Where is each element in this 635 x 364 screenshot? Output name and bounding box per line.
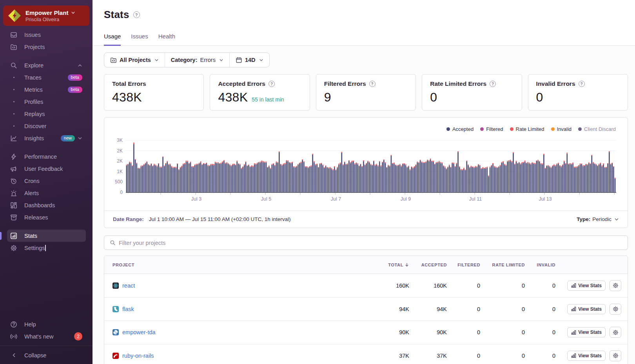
help-question-icon[interactable]: ?	[269, 81, 275, 87]
project-link[interactable]: react	[122, 283, 135, 289]
cell-rate-limited: 0	[480, 283, 525, 289]
legend-dot-icon	[578, 127, 582, 131]
bar-chart-icon	[571, 283, 576, 288]
sidebar-item-label: Traces	[24, 74, 42, 81]
card-rate-limited-errors: Rate Limited Errors? 0	[422, 74, 522, 110]
sidebar-item-stats[interactable]: Stats	[0, 230, 93, 242]
sidebar-item-projects[interactable]: Projects	[0, 41, 93, 53]
sidebar-item-insights[interactable]: Insights new	[0, 132, 93, 144]
help-question-icon[interactable]: ?	[490, 81, 496, 87]
sidebar-item-discover[interactable]: Discover	[0, 120, 93, 132]
column-header-total[interactable]: TOTAL	[362, 263, 409, 267]
usage-bar-chart[interactable]: 05001K2K2K3KJul 3Jul 5Jul 7Jul 9Jul 11Ju…	[104, 133, 628, 205]
chart-type-dropdown[interactable]: Type: Periodic	[577, 216, 619, 222]
column-header-project[interactable]: PROJECT	[104, 263, 362, 267]
help-question-icon[interactable]: ?	[369, 81, 376, 87]
sidebar-item-replays[interactable]: Replays	[0, 108, 93, 120]
column-header-rate-limited[interactable]: RATE LIMITED	[480, 263, 525, 267]
project-filter-dropdown[interactable]: All Projects	[104, 53, 165, 67]
view-stats-button[interactable]: View Stats	[567, 281, 606, 291]
sidebar-item-metrics[interactable]: Metrics beta	[0, 83, 93, 96]
sidebar-item-performance[interactable]: Performance	[0, 150, 93, 163]
siren-icon	[10, 190, 17, 197]
legend-label: Rate Limited	[516, 126, 544, 132]
view-stats-button[interactable]: View Stats	[567, 327, 606, 337]
bullet-icon	[10, 125, 17, 127]
chevron-left-icon	[10, 352, 17, 359]
sidebar-item-help[interactable]: Help	[0, 318, 93, 330]
platform-rails-icon	[112, 353, 119, 359]
project-link[interactable]: empower-tda	[122, 329, 156, 335]
tab-health[interactable]: Health	[158, 33, 175, 46]
project-search	[104, 235, 628, 250]
sidebar-item-traces[interactable]: Traces beta	[0, 71, 93, 83]
sidebar-item-releases[interactable]: Releases	[0, 211, 93, 223]
bar-chart-icon	[571, 353, 576, 358]
project-settings-button[interactable]	[610, 280, 621, 291]
sidebar-item-whats-new[interactable]: What's new 2	[0, 330, 93, 342]
card-accepted-errors: Accepted Errors? 438K55 in last min	[210, 74, 310, 110]
cell-total: 94K	[362, 306, 409, 312]
sidebar-item-label: Issues	[24, 32, 41, 38]
table-row: flask 94K 94K 0 0 0 View Stats	[104, 297, 628, 321]
tab-usage[interactable]: Usage	[104, 33, 121, 46]
cell-accepted: 37K	[409, 353, 447, 359]
legend-item-invalid[interactable]: Invalid	[551, 126, 572, 132]
cell-filtered: 0	[447, 353, 480, 359]
sidebar-item-label: Collapse	[24, 352, 46, 359]
sidebar-item-label: Alerts	[24, 190, 39, 196]
card-value: 0	[536, 90, 543, 105]
sidebar-item-collapse[interactable]: Collapse	[0, 349, 93, 361]
svg-text:2K: 2K	[117, 158, 123, 164]
sidebar-item-user-feedback[interactable]: User Feedback	[0, 163, 93, 175]
cell-accepted: 160K	[409, 283, 447, 289]
date-range-dropdown[interactable]: 14D	[229, 53, 269, 67]
cell-accepted: 90K	[409, 329, 447, 335]
stats-icon	[10, 232, 17, 239]
platform-python-icon	[112, 329, 119, 335]
cell-rate-limited: 0	[480, 353, 525, 359]
project-link[interactable]: ruby-on-rails	[122, 353, 154, 359]
help-question-icon[interactable]: ?	[133, 11, 140, 18]
project-search-input[interactable]	[119, 240, 623, 246]
category-filter-dropdown[interactable]: Category: Errors	[165, 53, 229, 67]
gear-icon	[613, 353, 619, 359]
card-value: 438K	[218, 90, 248, 105]
sidebar-item-profiles[interactable]: Profiles	[0, 96, 93, 108]
page-title: Stats	[104, 9, 129, 21]
legend-item-accepted[interactable]: Accepted	[446, 126, 474, 132]
view-stats-label: View Stats	[578, 306, 602, 312]
sidebar-item-crons[interactable]: Crons	[0, 175, 93, 187]
chevron-down-icon	[219, 58, 223, 62]
tab-issues[interactable]: Issues	[131, 33, 148, 46]
grid-icon	[10, 202, 17, 209]
sidebar-item-dashboards[interactable]: Dashboards	[0, 199, 93, 211]
chevron-down-icon	[154, 58, 159, 62]
column-header-accepted[interactable]: ACCEPTED	[409, 263, 447, 267]
project-settings-button[interactable]	[610, 350, 621, 361]
sidebar-item-explore[interactable]: Explore	[0, 59, 93, 71]
column-header-filtered[interactable]: FILTERED	[447, 263, 480, 267]
project-settings-button[interactable]	[610, 304, 621, 315]
project-settings-button[interactable]	[610, 327, 621, 338]
help-icon	[10, 321, 17, 328]
view-stats-button[interactable]: View Stats	[567, 351, 606, 361]
legend-item-rate-limited[interactable]: Rate Limited	[510, 126, 544, 132]
view-stats-button[interactable]: View Stats	[567, 304, 606, 314]
date-range-label: Date Range:	[113, 216, 144, 222]
legend-item-filtered[interactable]: Filtered	[480, 126, 503, 132]
legend-item-client-discard[interactable]: Client Discard	[578, 126, 616, 132]
sidebar-item-issues[interactable]: Issues	[0, 29, 93, 41]
help-question-icon[interactable]: ?	[579, 81, 585, 87]
card-total-errors: Total Errors 438K	[104, 74, 204, 110]
column-header-invalid[interactable]: INVALID	[525, 263, 555, 267]
cell-total: 37K	[362, 353, 409, 359]
usage-chart-panel: AcceptedFilteredRate LimitedInvalidClien…	[104, 117, 628, 228]
sidebar-item-label: Insights	[24, 135, 44, 141]
org-switcher[interactable]: Empower Plant Priscila Oliveira	[3, 5, 89, 26]
sort-desc-icon	[405, 263, 409, 267]
notification-count-badge: 2	[74, 332, 82, 340]
project-link[interactable]: flask	[122, 306, 134, 312]
sidebar-item-settings[interactable]: Settings	[0, 242, 93, 254]
sidebar-item-alerts[interactable]: Alerts	[0, 187, 93, 199]
